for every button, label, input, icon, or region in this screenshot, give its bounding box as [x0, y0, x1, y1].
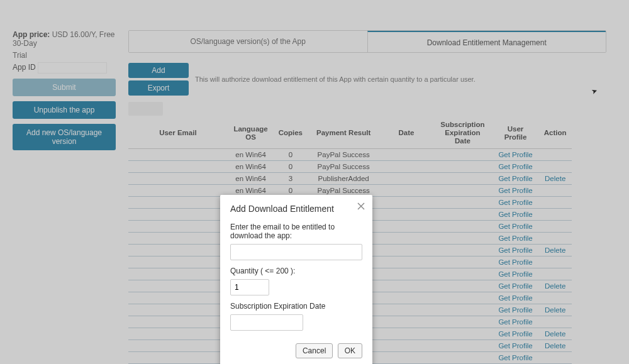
close-icon[interactable] — [357, 202, 365, 211]
email-field-label: Enter the email to be entitled to downlo… — [230, 223, 362, 240]
ok-button[interactable]: OK — [338, 343, 362, 358]
add-download-entitlement-modal: Add Download Entitlement Enter the email… — [220, 195, 372, 364]
expiration-date-field-label: Subscription Expiration Date — [230, 302, 362, 311]
modal-title: Add Download Entitlement — [230, 204, 362, 214]
quantity-field-label: Quantity ( <= 200 ): — [230, 267, 362, 275]
cancel-button[interactable]: Cancel — [296, 343, 333, 358]
modal-actions: Cancel OK — [230, 343, 362, 358]
quantity-input[interactable] — [230, 279, 269, 295]
email-input[interactable] — [230, 244, 362, 260]
expiration-date-input[interactable] — [230, 314, 303, 331]
